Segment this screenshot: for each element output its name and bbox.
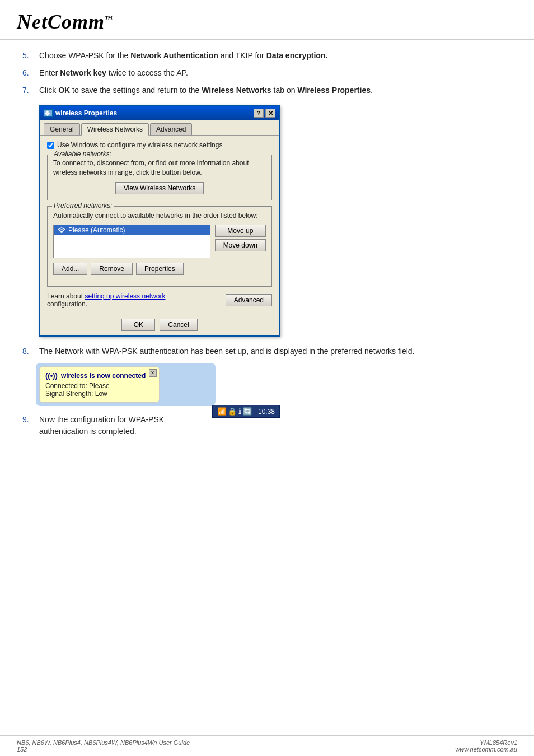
add-remove-row: Add... Remove Properties	[53, 263, 266, 275]
step-5-number: 5.	[22, 50, 39, 62]
dialog-body: Use Windows to configure my wireless net…	[40, 136, 279, 314]
properties-button[interactable]: Properties	[136, 263, 184, 275]
remove-button[interactable]: Remove	[91, 263, 133, 275]
notification-bubble: ✕ ((•)) wireless is now connected Connec…	[39, 366, 160, 403]
available-networks-label: Available networks:	[52, 150, 113, 158]
taskbar-network-icon: 📶	[217, 407, 226, 416]
step-8-number: 8.	[22, 346, 39, 357]
step-9: 9. Now the configuration for WPA-PSK aut…	[22, 414, 212, 437]
main-content: 5. Choose WPA-PSK for the Network Authen…	[0, 40, 534, 465]
use-windows-label: Use Windows to configure my wireless net…	[57, 141, 222, 149]
dialog-tabs: General Wireless Networks Advanced	[40, 120, 279, 136]
titlebar-left: ❖ wireless Properties	[44, 109, 117, 117]
preferred-list-area: Please (Automatic) Move up Move down	[53, 225, 266, 258]
step-5: 5. Choose WPA-PSK for the Network Authen…	[22, 50, 512, 62]
netcomm-logo: NetComm™	[17, 10, 517, 34]
step-7: 7. Click OK to save the settings and ret…	[22, 85, 512, 96]
preferred-buttons: Move up Move down	[215, 225, 266, 258]
taskbar-icons: 📶 🔒 ℹ 🔄	[217, 407, 252, 416]
notification-line1: Connected to: Please	[45, 382, 146, 390]
preferred-networks-list[interactable]: Please (Automatic)	[53, 225, 210, 258]
dialog-title: wireless Properties	[55, 109, 117, 117]
taskbar: 📶 🔒 ℹ 🔄 10:38	[212, 405, 280, 418]
preferred-networks-text: Automatically connect to available netwo…	[53, 211, 266, 221]
step-8: 8. The Network with WPA-PSK authenticati…	[22, 346, 512, 357]
tab-wireless-networks[interactable]: Wireless Networks	[81, 123, 149, 136]
close-button[interactable]: ✕	[265, 109, 275, 118]
cancel-button[interactable]: Cancel	[160, 319, 197, 331]
wireless-properties-dialog: ❖ wireless Properties ? ✕ General Wirele…	[39, 105, 280, 337]
learn-text: Learn about setting up wireless network …	[47, 292, 165, 308]
view-wireless-networks-button[interactable]: View Wireless Networks	[115, 182, 204, 194]
notification-close[interactable]: ✕	[149, 369, 157, 377]
notification-area: ✕ ((•)) wireless is now connected Connec…	[39, 366, 280, 403]
use-windows-checkbox-row: Use Windows to configure my wireless net…	[47, 141, 272, 149]
dialog-titlebar-icon: ❖	[44, 109, 53, 117]
available-networks-text: To connect to, disconnect from, or find …	[53, 158, 266, 178]
help-button[interactable]: ?	[254, 109, 264, 118]
taskbar-clock: 10:38	[258, 408, 275, 416]
view-btn-row: View Wireless Networks	[53, 182, 266, 194]
tab-general[interactable]: General	[44, 123, 80, 135]
step-6-number: 6.	[22, 67, 39, 79]
dialog-footer: OK Cancel	[40, 314, 279, 335]
tab-advanced[interactable]: Advanced	[150, 123, 192, 135]
page-header: NetComm™	[0, 0, 534, 40]
network-item-name: Please (Automatic)	[68, 226, 125, 234]
step-7-number: 7.	[22, 85, 39, 96]
move-up-button[interactable]: Move up	[215, 225, 266, 237]
titlebar-buttons: ? ✕	[254, 109, 275, 118]
use-windows-checkbox[interactable]	[47, 142, 54, 149]
wifi-icon: ((•))	[45, 371, 58, 380]
learn-row: Learn about setting up wireless network …	[47, 292, 272, 308]
ok-button[interactable]: OK	[121, 319, 155, 331]
dialog-titlebar: ❖ wireless Properties ? ✕	[40, 106, 279, 120]
notification-title: ((•)) wireless is now connected	[45, 371, 146, 380]
network-icon	[57, 226, 66, 234]
notification-line2: Signal Strength: Low	[45, 390, 146, 398]
add-button[interactable]: Add...	[53, 263, 87, 275]
learn-link[interactable]: setting up wireless network	[85, 292, 165, 300]
list-item[interactable]: Please (Automatic)	[54, 225, 210, 235]
step-9-text: Now the configuration for WPA-PSK authen…	[39, 414, 212, 437]
preferred-networks-group: Preferred networks: Automatically connec…	[47, 206, 272, 287]
preferred-networks-label: Preferred networks:	[52, 202, 114, 209]
footer-right: YML854Rev1 www.netcomm.com.au	[455, 739, 517, 753]
step-8-text: The Network with WPA-PSK authentication …	[39, 346, 415, 357]
footer-left: NB6, NB6W, NB6Plus4, NB6Plus4W, NB6Plus4…	[17, 739, 190, 753]
move-down-button[interactable]: Move down	[215, 239, 266, 251]
step-5-text: Choose WPA-PSK for the Network Authentic…	[39, 50, 327, 62]
taskbar-update-icon: 🔄	[243, 407, 252, 416]
step-7-text: Click OK to save the settings and return…	[39, 85, 373, 96]
available-networks-group: Available networks: To connect to, disco…	[47, 155, 272, 200]
step-6-text: Enter Network key twice to access the AP…	[39, 67, 188, 79]
step-9-number: 9.	[22, 414, 39, 437]
advanced-button[interactable]: Advanced	[226, 294, 272, 306]
step-6: 6. Enter Network key twice to access the…	[22, 67, 512, 79]
svg-point-0	[60, 231, 63, 233]
page-footer: NB6, NB6W, NB6Plus4, NB6Plus4W, NB6Plus4…	[0, 735, 534, 756]
taskbar-info-icon: ℹ	[238, 407, 241, 416]
taskbar-security-icon: 🔒	[228, 407, 237, 416]
